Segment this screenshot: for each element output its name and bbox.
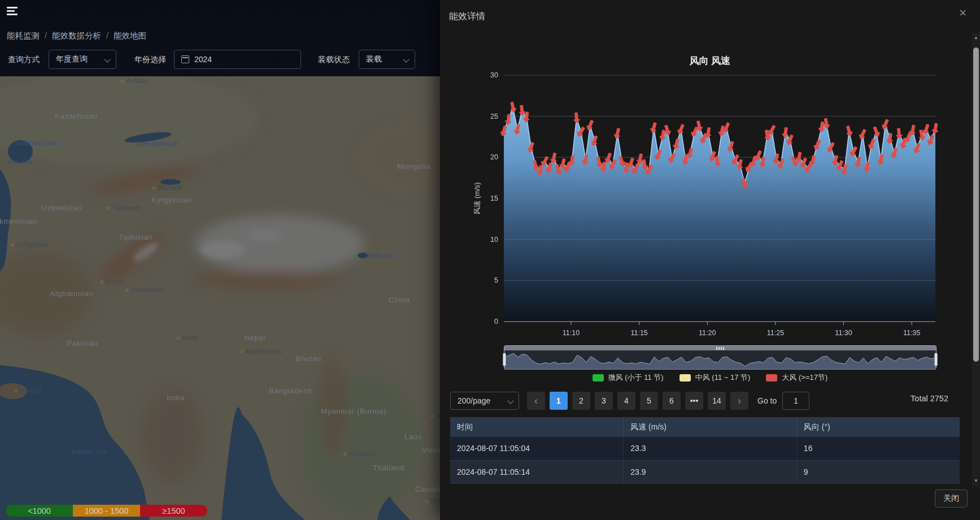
- close-icon[interactable]: ×: [959, 7, 966, 19]
- map-label-city: Kathmandu: [241, 348, 282, 356]
- city-dot-icon: [425, 500, 428, 503]
- svg-text:11:20: 11:20: [699, 329, 716, 336]
- legend-item[interactable]: 中风 (11 ~ 17 节): [680, 372, 751, 383]
- map-legend-segment: ≥1500: [140, 505, 207, 517]
- page-button[interactable]: 6: [663, 392, 681, 410]
- datazoom-grip-icon: [716, 347, 724, 350]
- page-button[interactable]: 4: [617, 392, 635, 410]
- page-ellipsis[interactable]: •••: [685, 392, 703, 410]
- map-label-city: Tashkent: [107, 204, 141, 212]
- table-cell: 9: [796, 460, 960, 483]
- svg-text:15: 15: [490, 194, 498, 202]
- map-label-city: Ashgabad: [11, 241, 48, 249]
- year-value: 2024: [194, 55, 212, 64]
- map-label-country: Laos: [404, 432, 422, 441]
- legend-label: 大风 (>=17节): [782, 372, 827, 383]
- map-label-country: Nepal: [244, 333, 265, 342]
- breadcrumb-item[interactable]: 能效数据分析: [52, 31, 101, 40]
- city-dot-icon: [107, 207, 110, 210]
- svg-text:11:15: 11:15: [630, 329, 647, 336]
- drawer-title: 能效详情: [449, 11, 485, 23]
- table-cell: 2024-08-07 11:05:04: [450, 437, 624, 460]
- datazoom-right-handle[interactable]: [934, 353, 938, 366]
- city-dot-icon: [11, 244, 14, 246]
- map-label-city: Muscat: [14, 387, 42, 395]
- table-header-cell: 时间: [450, 417, 624, 437]
- datazoom-scroll-bar[interactable]: [504, 346, 936, 350]
- legend-item[interactable]: 大风 (>=17节): [766, 372, 827, 383]
- menu-toggle-icon[interactable]: [7, 7, 19, 17]
- scrollbar-thumb[interactable]: [973, 47, 979, 362]
- goto-page-input[interactable]: [782, 392, 809, 410]
- wind-data-table: 时间风速 (m/s)风向 (°) 2024-08-07 11:05:0423.3…: [450, 417, 960, 484]
- svg-text:11:25: 11:25: [767, 329, 784, 336]
- datazoom-left-handle[interactable]: [503, 353, 506, 366]
- svg-text:11:10: 11:10: [563, 329, 580, 336]
- map-label-country: Kyrgyzstan: [151, 196, 192, 204]
- page-button[interactable]: 1: [550, 392, 568, 410]
- map-label-country: Cambodia: [415, 485, 440, 493]
- scroll-down-icon[interactable]: ▼: [972, 477, 980, 485]
- svg-text:30: 30: [490, 71, 498, 79]
- map-label-country: Uzbekistan: [41, 203, 82, 212]
- map-label-city: Delhi: [177, 334, 198, 342]
- load-status-value: 装载: [366, 54, 382, 64]
- page-button[interactable]: 14: [708, 392, 726, 410]
- datazoom-preview: [504, 350, 936, 370]
- page-button[interactable]: 2: [572, 392, 590, 410]
- map-label-city: Hanoi: [430, 412, 440, 420]
- svg-text:11:35: 11:35: [903, 329, 920, 336]
- page-button[interactable]: 3: [595, 392, 613, 410]
- datazoom-slider[interactable]: [504, 345, 937, 369]
- query-mode-label: 查询方式: [8, 50, 40, 69]
- map-legend: <10001000 - 1500≥1500: [6, 505, 207, 517]
- map-label-city: Phnom Penh: [425, 497, 440, 505]
- table-cell: 23.3: [624, 437, 797, 460]
- map-label-water: Lake Balkhash: [136, 140, 178, 147]
- city-dot-icon: [14, 389, 17, 392]
- chart-title: 风向 风速: [440, 54, 980, 67]
- legend-item[interactable]: 微风 (小于 11 节): [593, 372, 664, 383]
- map-label-country: Thailand: [373, 463, 404, 472]
- map-label-country: Vietnam: [422, 446, 440, 454]
- svg-text:风速 (m/s): 风速 (m/s): [473, 183, 481, 215]
- scroll-up-icon[interactable]: ▲: [972, 34, 980, 42]
- breadcrumb-separator: /: [45, 31, 47, 40]
- table-cell: 16: [796, 437, 960, 460]
- query-mode-select[interactable]: 年度查询: [49, 50, 116, 69]
- year-select-label: 年份选择: [134, 50, 166, 69]
- table-header-cell: 风向 (°): [796, 417, 960, 437]
- close-button[interactable]: 关闭: [935, 489, 968, 508]
- city-dot-icon: [430, 415, 433, 418]
- drawer-scrollbar: ▲ ▼: [972, 33, 980, 486]
- map-label-country: Afghanistan: [50, 289, 93, 298]
- year-date-input[interactable]: 2024: [174, 50, 301, 69]
- prev-page-button[interactable]: ‹: [527, 392, 545, 410]
- legend-label: 微风 (小于 11 节): [608, 372, 664, 383]
- breadcrumb-item[interactable]: 能效地图: [114, 31, 146, 40]
- load-status-select[interactable]: 装载: [359, 50, 415, 69]
- energy-map[interactable]: AstanaKazakhstanSmall Aral SeaAral SeaLa…: [0, 76, 440, 520]
- map-label-country: China: [389, 296, 410, 304]
- map-legend-segment: 1000 - 1500: [73, 505, 140, 517]
- page-button[interactable]: 5: [640, 392, 658, 410]
- city-dot-icon: [125, 289, 128, 292]
- wind-chart: 05101520253011:1011:1511:2011:2511:3011:…: [440, 68, 980, 336]
- legend-swatch-icon: [766, 374, 777, 382]
- map-label-city: Bishkek: [153, 184, 182, 192]
- next-page-button[interactable]: ›: [730, 392, 748, 410]
- map-label-country: Myanmar (Burma): [321, 407, 386, 415]
- city-dot-icon: [343, 453, 346, 456]
- query-mode-value: 年度查询: [56, 54, 88, 64]
- page-size-select[interactable]: 200/page: [450, 392, 519, 410]
- map-label-city: Rangoon: [343, 450, 377, 458]
- breadcrumb-item[interactable]: 能耗监测: [7, 31, 40, 40]
- map-label-water: Arabian Sea: [71, 448, 106, 455]
- map-label-country: Mongolia: [397, 162, 430, 171]
- city-dot-icon: [101, 280, 103, 283]
- map-label-country: Kazakhstan: [55, 112, 98, 120]
- map-label-city: Astana: [121, 77, 148, 85]
- legend-label: 中风 (11 ~ 17 节): [695, 372, 751, 383]
- map-label-country: Pakistan: [67, 339, 98, 348]
- total-count: Total 2752: [911, 394, 948, 403]
